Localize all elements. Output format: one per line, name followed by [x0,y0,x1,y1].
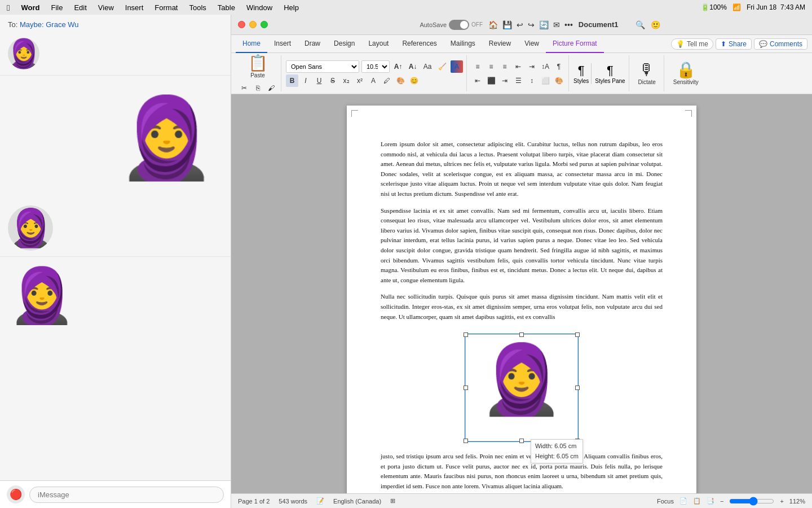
read-mode-icon[interactable]: 📄 [679,497,687,505]
autosave-pill[interactable] [449,20,469,30]
subscript-button[interactable]: x₂ [340,75,352,87]
decrease-font-button[interactable]: A↓ [407,60,419,73]
menu-format[interactable]: Format [155,3,178,12]
share-button[interactable]: ⬆ Share [716,38,752,50]
focus-button[interactable]: Focus [657,498,674,505]
case-button[interactable]: Aa [421,60,434,73]
selected-image[interactable]: 🧕 Width: 6.05 cm Height: 6.05 cm [465,334,578,441]
cut-button[interactable]: ✂ [238,82,250,94]
sensitivity-button[interactable]: 🔒 Sensitivity [669,60,703,87]
minimize-button[interactable] [249,21,257,28]
clear-format-button[interactable]: 🧹 [436,60,448,73]
menu-view[interactable]: View [98,3,114,12]
text-effects-button[interactable]: A [451,60,463,73]
undo-icon[interactable]: ↩ [517,20,523,29]
numbering-button[interactable]: ≡ [485,60,497,73]
menu-insert[interactable]: Insert [125,3,144,12]
strikethrough-button[interactable]: S [326,75,339,87]
shading-button[interactable]: 🎨 [394,75,407,87]
menu-file[interactable]: File [51,3,63,12]
increase-indent-button[interactable]: ⇥ [526,60,538,73]
copy-button[interactable]: ⎘ [251,82,264,94]
bullets-button[interactable]: ≡ [471,60,484,73]
styles-pane-button[interactable]: ¶ Styles Pane [591,63,625,84]
shading2-button[interactable]: 🎨 [553,75,565,87]
resize-handle-mr[interactable] [575,386,580,390]
resize-handle-ml[interactable] [464,386,468,390]
resize-handle-bm[interactable] [519,439,524,443]
home-icon[interactable]: 🏠 [488,20,498,29]
bold-button[interactable]: B [286,75,298,87]
redo-icon[interactable]: ↪ [528,20,535,29]
decrease-indent-button[interactable]: ⇤ [512,60,524,73]
save-icon[interactable]: 💾 [502,20,512,29]
list-item[interactable]: 🧕 [0,257,231,334]
font-size-select[interactable]: 10.5 [361,60,390,73]
apple-menu[interactable]:  [7,3,10,12]
document-text[interactable]: Lorem ipsum dolor sit amet, consectetur … [381,139,663,493]
tab-view[interactable]: View [518,36,546,53]
list-item[interactable]: 🧕 [0,200,231,257]
menu-help[interactable]: Help [284,3,299,12]
font-color-button[interactable]: A [367,75,379,87]
italic-button[interactable]: I [299,75,312,87]
zoom-in-button[interactable]: + [780,498,783,505]
image-wrapper[interactable]: 🧕 Width: 6.05 cm Height: 6.05 cm [381,329,663,447]
format-painter-button[interactable]: 🖌 [265,82,277,94]
resize-handle-bl[interactable] [464,439,468,443]
maximize-button[interactable] [261,21,268,28]
justify-button[interactable]: ☰ [512,75,524,87]
tab-review[interactable]: Review [482,36,518,53]
highlight-button[interactable]: 🖊 [381,75,393,87]
sync-icon[interactable]: 🔄 [539,20,549,29]
tab-mailings[interactable]: Mailings [444,36,482,53]
tab-layout[interactable]: Layout [361,36,395,53]
menu-table[interactable]: Table [218,3,235,12]
resize-handle-tl[interactable] [464,332,468,337]
autosave-toggle[interactable]: AutoSave OFF [420,20,483,30]
styles-button[interactable]: ¶ Styles [573,63,589,84]
list-item[interactable]: 🧕 [0,32,231,76]
zoom-out-button[interactable]: − [720,498,723,505]
document-area[interactable]: Lorem ipsum dolor sit amet, consectetur … [231,94,812,493]
underline-button[interactable]: U [313,75,325,87]
emoji-button[interactable]: 😊 [408,75,420,87]
outline-view-icon[interactable]: 📑 [707,497,714,505]
tab-insert[interactable]: Insert [267,36,298,53]
tab-design[interactable]: Design [327,36,361,53]
show-formatting-button[interactable]: ¶ [553,60,565,73]
superscript-button[interactable]: x² [354,75,366,87]
tab-home[interactable]: Home [236,36,267,53]
menu-edit[interactable]: Edit [74,3,86,12]
multilevel-button[interactable]: ≡ [498,60,511,73]
resize-handle-tm[interactable] [519,332,524,337]
more-icon[interactable]: ••• [564,20,573,29]
align-left-button[interactable]: ⇤ [471,75,484,87]
message-input[interactable] [29,487,224,503]
email-icon[interactable]: ✉ [553,20,560,29]
align-right-button[interactable]: ⇥ [498,75,511,87]
line-spacing-button[interactable]: ↕ [526,75,538,87]
app-name[interactable]: Word [21,3,39,12]
tell-me-button[interactable]: 💡 Tell me [671,38,713,50]
font-family-select[interactable]: Open Sans [286,60,359,73]
list-item[interactable]: 🧕 [0,76,231,200]
zoom-slider[interactable] [729,497,774,506]
paste-button[interactable]: 📋 Paste [244,53,272,81]
tab-draw[interactable]: Draw [298,36,327,53]
resize-handle-tr[interactable] [575,332,580,337]
close-button[interactable] [238,21,245,28]
emoji-icon[interactable]: 🙂 [651,20,660,29]
menu-tools[interactable]: Tools [189,3,206,12]
dictate-button[interactable]: 🎙 Dictate [634,60,660,87]
search-icon[interactable]: 🔍 [636,20,645,29]
send-button[interactable]: 🔴 [7,485,25,503]
border-button[interactable]: ⬜ [539,75,551,87]
comments-button[interactable]: 💬 Comments [754,38,807,50]
align-center-button[interactable]: ⬛ [485,75,497,87]
tab-picture-format[interactable]: Picture Format [546,36,604,53]
print-layout-icon[interactable]: 📋 [693,497,701,505]
menu-window[interactable]: Window [246,3,272,12]
sort-button[interactable]: ↕A [539,60,551,73]
increase-font-button[interactable]: A↑ [392,60,404,73]
